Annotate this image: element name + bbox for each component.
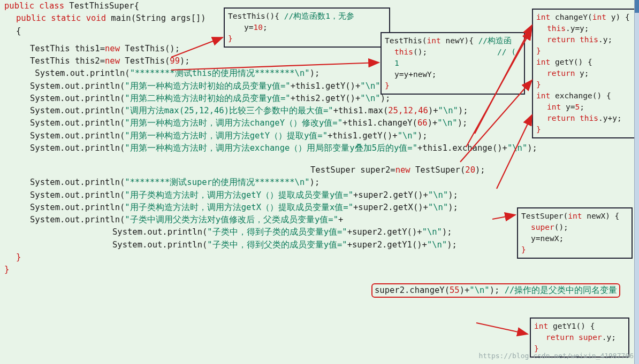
snippet-box-constructor1: TestThis(){ //构造函数1，无参 y=10; } — [224, 7, 390, 48]
code-line: System.out.println("用子类构造方法时，调用方法getY（）提… — [0, 189, 639, 202]
snippet-box-constructor2: TestThis(int newY){ //构造函 this(); // ( 1… — [381, 32, 525, 95]
snippet-box-methods: int changeY(int y) { this.y=y; return th… — [532, 9, 636, 138]
code-line: } — [0, 264, 639, 276]
code-line: TestSuper super2=new TestSuper(20); — [0, 164, 639, 176]
svg-line-7 — [476, 323, 528, 334]
scrollbar[interactable] — [634, 0, 639, 364]
watermark: https://blog.csdn.net/weixin_41987706 — [478, 352, 634, 360]
snippet-box-testsuper: TestSuper(int newX) { super(); y=newX; } — [517, 207, 633, 259]
highlight-box: super2.changeY(55)+"\n"); //操作的是父类中的同名变量 — [371, 283, 620, 298]
code-line: System.out.println("********测试super的使用情况… — [0, 176, 639, 189]
code-line: System.out.println("用第一种构造方法时，调用方法exchan… — [0, 142, 639, 154]
scrollbar-thumb[interactable] — [635, 0, 639, 13]
